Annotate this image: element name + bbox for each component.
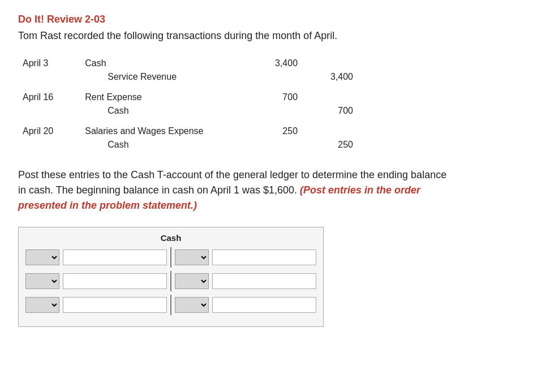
t-account-right-input[interactable] bbox=[212, 273, 316, 289]
journal-account: Cash bbox=[80, 138, 247, 152]
t-account-left-select[interactable] bbox=[25, 249, 59, 265]
journal-debit: 3,400 bbox=[247, 57, 302, 70]
journal-row: April 16Rent Expense700 bbox=[18, 91, 358, 104]
journal-date bbox=[18, 70, 80, 84]
t-account-right-half bbox=[171, 273, 316, 289]
journal-row: April 3Cash3,400 bbox=[18, 57, 358, 70]
t-account-left-input[interactable] bbox=[63, 273, 167, 289]
journal-row: April 20Salaries and Wages Expense250 bbox=[18, 124, 358, 138]
journal-credit bbox=[302, 124, 358, 138]
journal-date: April 16 bbox=[18, 91, 80, 104]
journal-account: Rent Expense bbox=[80, 91, 247, 104]
journal-row: Service Revenue3,400 bbox=[18, 70, 358, 84]
journal-debit: 250 bbox=[247, 124, 302, 138]
t-account-right-input[interactable] bbox=[212, 249, 316, 265]
t-account-left-half bbox=[25, 273, 170, 289]
journal-debit bbox=[247, 70, 302, 84]
t-account-right-half bbox=[171, 249, 316, 265]
journal-debit bbox=[247, 104, 302, 118]
t-account-right-select[interactable] bbox=[175, 273, 209, 289]
t-account-container: Cash bbox=[18, 227, 324, 327]
journal-date: April 3 bbox=[18, 57, 80, 70]
journal-row: Cash700 bbox=[18, 104, 358, 118]
t-account-rows bbox=[25, 247, 316, 315]
journal-credit bbox=[302, 57, 358, 70]
t-account-left-input[interactable] bbox=[63, 297, 167, 313]
journal-debit bbox=[247, 138, 302, 152]
journal-account: Cash bbox=[80, 57, 247, 70]
journal-account: Service Revenue bbox=[80, 70, 247, 84]
journal-credit: 250 bbox=[302, 138, 358, 152]
t-account-right-select[interactable] bbox=[175, 297, 209, 313]
description-block: Post these entries to the Cash T-account… bbox=[18, 167, 448, 213]
t-account-left-input[interactable] bbox=[63, 249, 167, 265]
journal-debit: 700 bbox=[247, 91, 302, 104]
journal-account: Cash bbox=[80, 104, 247, 118]
t-account-right-input[interactable] bbox=[212, 297, 316, 313]
journal-date bbox=[18, 138, 80, 152]
t-account-left-select[interactable] bbox=[25, 273, 59, 289]
row-spacer bbox=[18, 118, 358, 124]
journal-credit: 3,400 bbox=[302, 70, 358, 84]
journal-table: April 3Cash3,400Service Revenue3,400Apri… bbox=[18, 57, 358, 152]
t-account-title: Cash bbox=[25, 233, 316, 243]
journal-account: Salaries and Wages Expense bbox=[80, 124, 247, 138]
journal-date: April 20 bbox=[18, 124, 80, 138]
page-title: Do It! Review 2-03 bbox=[18, 14, 541, 25]
intro-text: Tom Rast recorded the following transact… bbox=[18, 29, 541, 43]
t-account-right-half bbox=[171, 297, 316, 313]
t-account-row bbox=[25, 247, 316, 268]
journal-row: Cash250 bbox=[18, 138, 358, 152]
t-account-right-select[interactable] bbox=[175, 249, 209, 265]
journal-credit: 700 bbox=[302, 104, 358, 118]
t-account-row bbox=[25, 295, 316, 315]
t-account-left-half bbox=[25, 249, 170, 265]
journal-credit bbox=[302, 91, 358, 104]
journal-date bbox=[18, 104, 80, 118]
t-account-left-select[interactable] bbox=[25, 297, 59, 313]
row-spacer bbox=[18, 84, 358, 91]
t-account-left-half bbox=[25, 297, 170, 313]
t-account-row bbox=[25, 271, 316, 291]
